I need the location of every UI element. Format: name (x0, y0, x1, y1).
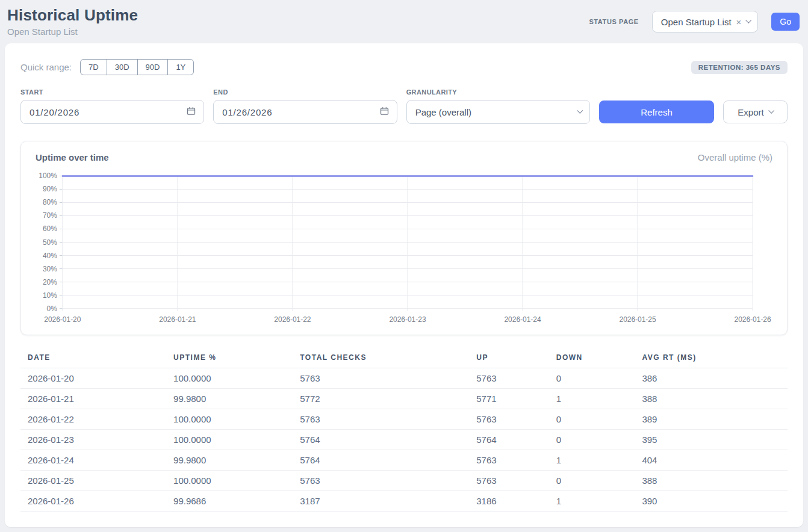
retention-badge: RETENTION: 365 DAYS (691, 61, 788, 74)
column-header: UP (469, 350, 549, 368)
start-date-input[interactable]: 01/20/2026 (20, 100, 204, 124)
quick-range-row: Quick range: 7D30D90D1Y RETENTION: 365 D… (20, 59, 788, 75)
status-page-select-value: Open Startup List (661, 17, 732, 27)
quick-range-30d-button[interactable]: 30D (107, 59, 138, 75)
go-button[interactable]: Go (771, 13, 800, 31)
calendar-icon[interactable] (380, 107, 389, 117)
start-date-value: 01/20/2026 (30, 107, 79, 117)
table-row: 2026-01-20100.0000576357630386 (20, 368, 788, 389)
svg-text:100%: 100% (39, 172, 57, 180)
svg-text:2026-01-26: 2026-01-26 (735, 315, 771, 324)
table-cell: 404 (635, 450, 788, 471)
svg-text:60%: 60% (43, 224, 57, 233)
table-cell: 2026-01-25 (20, 471, 166, 491)
table-cell: 3186 (469, 491, 549, 512)
granularity-field-group: GRANULARITY Page (overall) (406, 88, 590, 124)
table-cell: 5763 (469, 409, 549, 430)
table-cell: 5763 (469, 368, 549, 389)
svg-text:70%: 70% (43, 211, 57, 220)
chevron-down-icon (577, 108, 583, 114)
quick-range-group: 7D30D90D1Y (80, 59, 194, 75)
table-cell: 1 (549, 491, 635, 512)
granularity-value: Page (overall) (415, 107, 471, 117)
refresh-button[interactable]: Refresh (599, 101, 714, 123)
svg-text:2026-01-22: 2026-01-22 (274, 315, 311, 324)
chart-legend: Overall uptime (%) (698, 152, 772, 162)
table-cell: 5764 (469, 430, 549, 450)
end-date-value: 01/26/2026 (222, 107, 272, 117)
table-cell: 100.0000 (166, 368, 293, 389)
main-panel: Quick range: 7D30D90D1Y RETENTION: 365 D… (5, 43, 803, 527)
svg-text:40%: 40% (43, 252, 57, 260)
page-subtitle: Open Startup List (7, 26, 138, 37)
table-row: 2026-01-23100.0000576457640395 (20, 430, 788, 450)
table-row: 2026-01-2199.9800577257711388 (20, 389, 788, 409)
chevron-down-icon (746, 17, 752, 23)
page-title: Historical Uptime (7, 6, 138, 25)
historical-uptime-page: { "page": { "title": "Historical Uptime"… (0, 0, 808, 532)
table-cell: 388 (635, 471, 788, 491)
filters-row: START 01/20/2026 END 01/26/2026 GRANULAR… (20, 88, 788, 124)
quick-range-90d-button[interactable]: 90D (137, 59, 169, 75)
column-header: DOWN (549, 350, 635, 368)
table-cell: 5764 (293, 450, 469, 471)
svg-text:2026-01-24: 2026-01-24 (504, 315, 541, 324)
table-cell: 0 (549, 409, 635, 430)
export-button[interactable]: Export (723, 101, 788, 123)
column-header: UPTIME % (166, 350, 293, 368)
uptime-chart: 0%10%20%30%40%50%60%70%80%90%100%2026-01… (36, 171, 772, 326)
table-cell: 5764 (293, 430, 469, 450)
svg-text:2026-01-20: 2026-01-20 (44, 315, 81, 324)
table-cell: 99.9686 (166, 491, 293, 512)
granularity-label: GRANULARITY (406, 88, 590, 96)
granularity-select[interactable]: Page (overall) (406, 100, 590, 124)
quick-range-1y-button[interactable]: 1Y (167, 59, 194, 75)
table-cell: 5763 (469, 471, 549, 491)
status-page-select[interactable]: Open Startup List × (652, 11, 759, 32)
svg-text:10%: 10% (43, 291, 57, 300)
table-row: 2026-01-25100.0000576357630388 (20, 471, 788, 491)
svg-text:0%: 0% (47, 305, 58, 313)
table-row: 2026-01-2699.9686318731861390 (20, 491, 788, 512)
table-cell: 2026-01-22 (20, 409, 166, 430)
quick-range-7d-button[interactable]: 7D (80, 59, 107, 75)
column-header: AVG RT (MS) (635, 350, 788, 368)
table-cell: 5763 (293, 471, 469, 491)
table-cell: 2026-01-26 (20, 491, 166, 512)
svg-text:50%: 50% (43, 238, 57, 247)
quick-range-label: Quick range: (20, 62, 72, 72)
table-header: DATEUPTIME %TOTAL CHECKSUPDOWNAVG RT (MS… (20, 350, 788, 368)
column-header: TOTAL CHECKS (293, 350, 469, 368)
end-field-group: END 01/26/2026 (213, 88, 397, 124)
table-body: 2026-01-20100.00005763576303862026-01-21… (20, 368, 788, 512)
table-cell: 100.0000 (166, 409, 293, 430)
svg-text:30%: 30% (43, 265, 57, 273)
title-block: Historical Uptime Open Startup List (7, 6, 138, 37)
calendar-icon[interactable] (187, 107, 196, 117)
start-label: START (20, 88, 204, 96)
table-cell: 0 (549, 368, 635, 389)
table-cell: 5763 (293, 368, 469, 389)
table-cell: 389 (635, 409, 788, 430)
table-cell: 386 (635, 368, 788, 389)
table-cell: 0 (549, 430, 635, 450)
page-header: Historical Uptime Open Startup List STAT… (0, 0, 808, 43)
table-header-row: DATEUPTIME %TOTAL CHECKSUPDOWNAVG RT (MS… (20, 350, 788, 368)
svg-text:20%: 20% (43, 278, 57, 286)
table-cell: 99.9800 (166, 450, 293, 471)
export-button-label: Export (738, 107, 763, 117)
table-cell: 5772 (293, 389, 469, 409)
table-cell: 388 (635, 389, 788, 409)
table-cell: 390 (635, 491, 788, 512)
end-date-input[interactable]: 01/26/2026 (213, 100, 397, 124)
table-cell: 5771 (469, 389, 549, 409)
svg-text:80%: 80% (43, 198, 57, 206)
table-cell: 5763 (293, 409, 469, 430)
uptime-chart-card: Uptime over time Overall uptime (%) 0%10… (20, 141, 788, 335)
table-cell: 3187 (293, 491, 469, 512)
uptime-table: DATEUPTIME %TOTAL CHECKSUPDOWNAVG RT (MS… (20, 350, 788, 512)
table-cell: 0 (549, 471, 635, 491)
clear-icon[interactable]: × (736, 17, 742, 27)
table-cell: 395 (635, 430, 788, 450)
status-page-label: STATUS PAGE (589, 18, 638, 25)
